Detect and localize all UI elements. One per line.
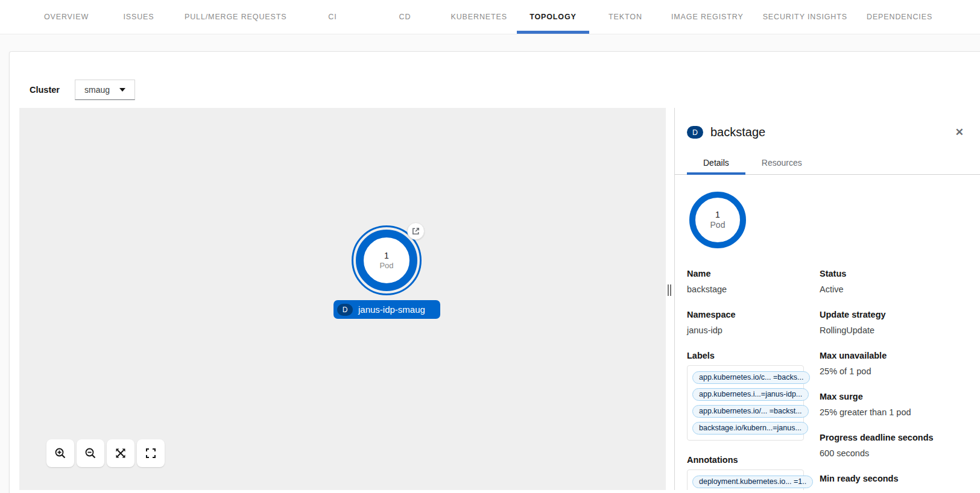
close-panel-button[interactable]: ✕ — [950, 124, 969, 141]
deployment-badge: D — [687, 126, 703, 139]
deployment-node[interactable]: 1 Pod — [356, 230, 417, 291]
tab-tekton[interactable]: TEKTON — [589, 0, 662, 34]
field-max-unavailable-label: Max unavailable — [820, 350, 969, 362]
panel-title: backstage — [710, 125, 943, 139]
fit-to-screen-icon — [115, 447, 127, 459]
caret-down-icon — [119, 88, 125, 92]
tab-dependencies[interactable]: DEPENDENCIES — [857, 0, 942, 34]
field-status-value: Active — [820, 283, 969, 295]
label-chip[interactable]: app.kubernetes.io/... =backst... — [692, 405, 809, 418]
field-max-unavailable: Max unavailable 25% of 1 pod — [820, 350, 969, 377]
node-pod-kind: Pod — [379, 261, 393, 271]
panel-tab-details[interactable]: Details — [687, 151, 745, 174]
field-progress-deadline-label: Progress deadline seconds — [820, 432, 969, 444]
field-progress-deadline: Progress deadline seconds 600 seconds — [820, 432, 969, 459]
field-update-strategy-value: RollingUpdate — [820, 324, 969, 336]
entity-tab-bar: OVERVIEW ISSUES PULL/MERGE REQUESTS CI C… — [0, 0, 980, 34]
zoom-in-button[interactable] — [46, 439, 74, 467]
panel-body: 1 Pod Name backstage Namespace janus-idp — [675, 175, 980, 490]
tab-issues[interactable]: ISSUES — [103, 0, 175, 34]
tab-image-registry[interactable]: IMAGE REGISTRY — [662, 0, 753, 34]
fit-to-screen-button[interactable] — [107, 439, 134, 467]
cluster-select[interactable]: smaug — [75, 80, 135, 100]
fullscreen-button[interactable] — [137, 439, 165, 467]
annotation-chip[interactable]: deployment.kubernetes.io... =1.. — [692, 476, 813, 488]
node-label[interactable]: D janus-idp-smaug — [334, 300, 440, 319]
node-pod-count: 1 — [384, 251, 389, 261]
labels-chip-group: app.kubernetes.io/c... =backs... app.kub… — [687, 365, 804, 441]
label-chip[interactable]: app.kubernetes.i...=janus-idp... — [692, 388, 809, 401]
node-label-text: janus-idp-smaug — [358, 304, 425, 315]
field-max-surge-label: Max surge — [820, 391, 969, 403]
field-annotations-label: Annotations — [687, 454, 820, 466]
field-name-value: backstage — [687, 283, 820, 295]
field-progress-deadline-value: 600 seconds — [820, 447, 969, 459]
field-labels: Labels app.kubernetes.io/c... =backs... … — [687, 350, 820, 441]
field-status-label: Status — [820, 268, 969, 280]
pod-ring-count: 1 — [715, 210, 720, 219]
zoom-in-icon — [54, 447, 66, 459]
field-max-surge: Max surge 25% greater than 1 pod — [820, 391, 969, 418]
field-namespace-label: Namespace — [687, 309, 820, 321]
cluster-label: Cluster — [30, 85, 60, 95]
topology-toolbar: Cluster smaug — [10, 52, 980, 108]
panel-splitter[interactable] — [666, 108, 674, 490]
field-max-unavailable-value: 25% of 1 pod — [820, 365, 969, 377]
pod-ring-kind: Pod — [710, 219, 726, 230]
topology-card: Cluster smaug 1 Pod D janus-idp — [9, 51, 980, 493]
panel-tab-resources[interactable]: Resources — [745, 151, 818, 174]
panel-header: D backstage ✕ — [675, 108, 980, 151]
field-max-surge-value: 25% greater than 1 pod — [820, 406, 969, 418]
zoom-out-icon — [84, 447, 96, 459]
field-min-ready: Min ready seconds Not configured — [820, 473, 969, 490]
field-status: Status Active — [820, 268, 969, 295]
drag-handle-icon[interactable] — [668, 284, 671, 296]
tab-ci[interactable]: CI — [296, 0, 368, 34]
annotations-chip-group: deployment.kubernetes.io... =1.. — [687, 469, 804, 490]
field-name: Name backstage — [687, 268, 820, 295]
label-chip[interactable]: backstage.io/kubern...=janus... — [692, 422, 808, 435]
topology-canvas[interactable]: 1 Pod D janus-idp-smaug — [19, 108, 666, 490]
open-url-decorator[interactable] — [407, 222, 425, 240]
field-min-ready-label: Min ready seconds — [820, 473, 969, 485]
field-update-strategy: Update strategy RollingUpdate — [820, 309, 969, 336]
field-namespace-value: janus-idp — [687, 324, 820, 336]
field-labels-label: Labels — [687, 350, 820, 362]
cluster-selected-value: smaug — [84, 85, 110, 95]
pod-ring-chart: 1 Pod — [689, 192, 746, 248]
fullscreen-icon — [145, 447, 157, 459]
panel-tab-bar: Details Resources — [675, 151, 980, 175]
zoom-out-button[interactable] — [77, 439, 104, 467]
field-annotations: Annotations deployment.kubernetes.io... … — [687, 454, 820, 490]
field-update-strategy-label: Update strategy — [820, 309, 969, 321]
label-chip[interactable]: app.kubernetes.io/c... =backs... — [692, 371, 810, 384]
tab-kubernetes[interactable]: KUBERNETES — [441, 0, 517, 34]
tab-overview[interactable]: OVERVIEW — [30, 0, 103, 34]
field-min-ready-value: Not configured — [820, 488, 969, 490]
tab-security-insights[interactable]: SECURITY INSIGHTS — [753, 0, 857, 34]
tab-pull-merge-requests[interactable]: PULL/MERGE REQUESTS — [175, 0, 296, 34]
details-side-panel: D backstage ✕ Details Resources 1 Pod Na… — [674, 108, 980, 490]
tab-topology[interactable]: TOPOLOGY — [517, 0, 589, 34]
field-namespace: Namespace janus-idp — [687, 309, 820, 336]
canvas-controls — [46, 439, 165, 467]
external-link-icon — [411, 227, 420, 236]
tab-cd[interactable]: CD — [368, 0, 441, 34]
field-name-label: Name — [687, 268, 820, 280]
deployment-badge: D — [337, 304, 353, 316]
